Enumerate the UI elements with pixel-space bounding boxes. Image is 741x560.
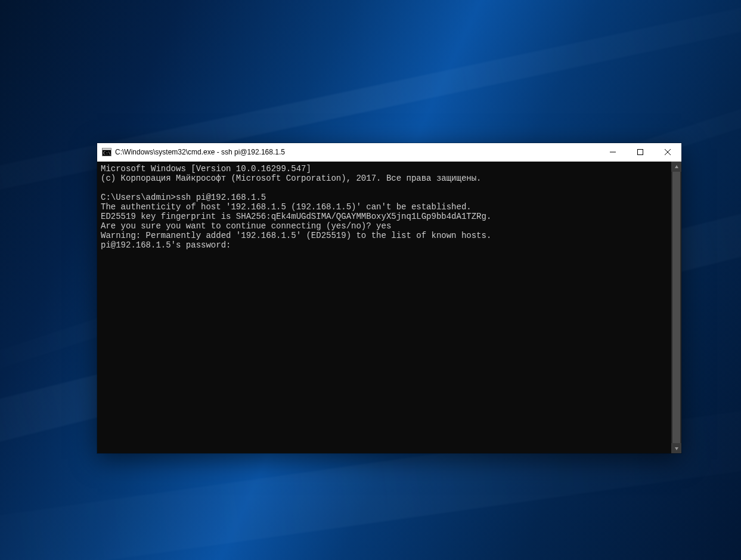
cmd-window: C:\ C:\Windows\system32\cmd.exe - ssh pi…	[97, 143, 681, 453]
close-button[interactable]	[654, 143, 681, 161]
cmd-icon: C:\	[102, 147, 111, 157]
svg-rect-4	[638, 150, 643, 155]
window-title: C:\Windows\system32\cmd.exe - ssh pi@192…	[115, 148, 285, 156]
svg-marker-8	[675, 447, 678, 450]
desktop-background: C:\ C:\Windows\system32\cmd.exe - ssh pi…	[0, 0, 741, 560]
svg-rect-1	[103, 148, 111, 150]
scroll-thumb[interactable]	[672, 172, 680, 443]
maximize-button[interactable]	[627, 143, 654, 161]
terminal-area: Microsoft Windows [Version 10.0.16299.54…	[97, 162, 681, 453]
svg-text:C:\: C:\	[103, 151, 111, 156]
scroll-up-button[interactable]	[671, 162, 681, 172]
window-controls	[599, 143, 681, 161]
vertical-scrollbar[interactable]	[671, 162, 681, 453]
minimize-button[interactable]	[599, 143, 627, 161]
svg-marker-7	[675, 165, 678, 168]
scroll-down-button[interactable]	[671, 443, 681, 453]
terminal-output[interactable]: Microsoft Windows [Version 10.0.16299.54…	[97, 162, 671, 453]
titlebar[interactable]: C:\ C:\Windows\system32\cmd.exe - ssh pi…	[97, 143, 681, 162]
scroll-track[interactable]	[671, 172, 681, 443]
